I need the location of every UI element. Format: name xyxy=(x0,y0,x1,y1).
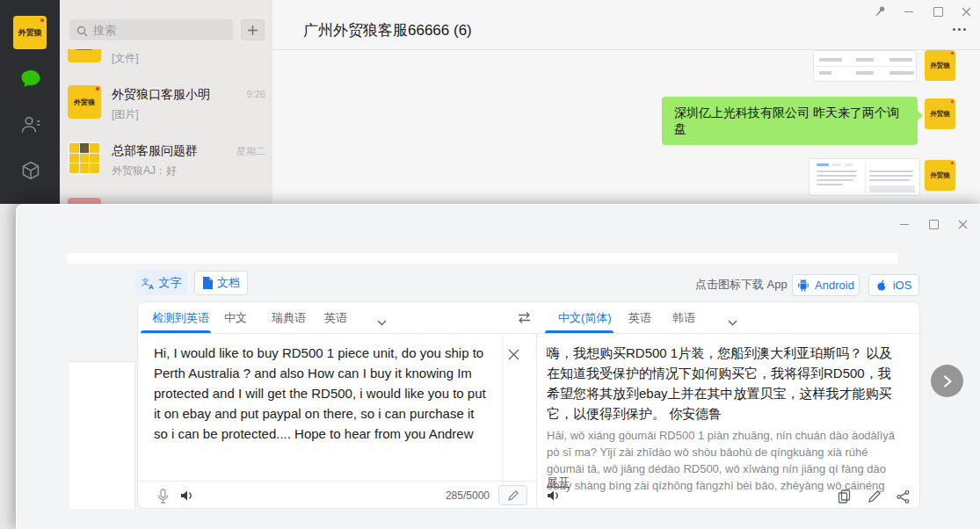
source-lang-detected[interactable]: 检测到英语 xyxy=(152,310,209,326)
tab-document-mode[interactable]: 文档 xyxy=(194,271,248,295)
translation-output: 嗨，我想购买RD500 1片装，您船到澳大利亚珀斯吗？ 以及在知道我受保护的情况… xyxy=(547,343,895,424)
avatar-seal-dot xyxy=(951,52,954,54)
next-page-button[interactable] xyxy=(931,365,963,397)
handwriting-button[interactable] xyxy=(498,485,527,505)
sender-avatar[interactable]: 外贸狼 xyxy=(925,50,955,81)
pin-icon[interactable] xyxy=(873,4,887,18)
listen-translation-icon[interactable] xyxy=(545,487,563,504)
group-avatar xyxy=(68,141,101,175)
source-lang-chevron-down-icon[interactable] xyxy=(377,314,387,330)
avatar-text: 外贸狼 xyxy=(74,98,95,107)
tab-text-mode[interactable]: 文A 文字 xyxy=(135,271,187,295)
avatar-seal-dot xyxy=(951,162,954,164)
copy-translation-icon[interactable] xyxy=(835,488,853,505)
chat-title: 总部客服问题群 xyxy=(112,143,198,159)
target-tab-underline xyxy=(545,330,613,333)
chat-time: 9:26 xyxy=(247,89,265,99)
clear-source-icon[interactable] xyxy=(505,346,521,362)
chat-list-panel: [文件] 外贸狼 外贸狼口客服小明 9:26 [图片] 总部客服问题群 星期二 … xyxy=(60,0,273,204)
sender-avatar[interactable]: 外贸狼 xyxy=(925,98,955,129)
target-lang-chinese-simplified[interactable]: 中文(简体) xyxy=(558,310,612,326)
download-hint: 点击图标下载 App xyxy=(695,277,788,293)
avatar-text: 外贸狼 xyxy=(930,171,950,180)
source-textarea[interactable]: Hi, I would like to buy RD500 1 piece un… xyxy=(154,343,490,444)
page-top-strip xyxy=(67,253,897,264)
image-message-table[interactable] xyxy=(813,50,917,82)
microphone-icon[interactable] xyxy=(154,487,171,504)
target-lang-chevron-down-icon[interactable] xyxy=(728,314,737,330)
maximize-icon[interactable] xyxy=(926,217,940,231)
pinyin-transliteration: Hāi, wǒ xiǎng gòumǎi RD500 1 piàn zhuāng… xyxy=(547,427,900,494)
chat-main-panel: 广州外贸狼客服66666 (6) 外贸狼 深圳亿上光科技有限公司 昨天来了两个询… xyxy=(272,0,980,204)
close-icon[interactable] xyxy=(955,217,969,231)
more-menu-icon[interactable] xyxy=(953,28,966,31)
chat-time: 星期二 xyxy=(236,145,265,158)
user-avatar[interactable]: 外贸狼 xyxy=(13,16,47,49)
ios-label: iOS xyxy=(893,279,912,292)
user-avatar-label: 外贸狼 xyxy=(18,27,42,39)
svg-text:A: A xyxy=(149,283,154,290)
ios-button[interactable]: iOS xyxy=(868,274,919,296)
favorites-box-icon[interactable] xyxy=(19,160,42,181)
swap-languages-icon[interactable] xyxy=(517,311,532,328)
translate-icon: 文A xyxy=(142,277,155,290)
source-lang-english[interactable]: 英语 xyxy=(324,310,347,326)
chat-subtitle: 外贸狼AJ：好 xyxy=(112,163,177,178)
android-icon xyxy=(797,279,809,292)
bubble-tail xyxy=(911,110,923,121)
list-item-group[interactable]: 总部客服问题群 星期二 外贸狼AJ：好 xyxy=(60,136,272,192)
source-lang-chinese[interactable]: 中文 xyxy=(224,310,247,326)
image-message-screenshot[interactable] xyxy=(809,158,920,196)
screen: 外贸狼 [文件] 外贸狼 外贸狼口客服小明 9:26 [图片] xyxy=(0,0,980,529)
avatar-seal-dot xyxy=(40,18,44,22)
source-toolbar-divider xyxy=(138,481,535,482)
wechat-sidebar: 外贸狼 xyxy=(0,0,60,204)
source-inner-divider xyxy=(503,334,504,508)
minimize-icon[interactable] xyxy=(897,217,911,231)
minimize-icon[interactable] xyxy=(902,4,916,18)
android-button[interactable]: Android xyxy=(792,274,860,296)
source-tab-underline xyxy=(141,330,211,333)
android-label: Android xyxy=(815,279,854,292)
chat-avatar: 外贸狼 xyxy=(68,85,101,119)
apple-icon xyxy=(876,279,888,292)
chat-title: 外贸狼口客服小明 xyxy=(112,87,210,103)
avatar-text: 外贸狼 xyxy=(930,62,950,70)
tab-label: 文字 xyxy=(159,275,182,291)
message-text: 深圳亿上光科技有限公司 昨天来了两个询盘 xyxy=(674,105,905,137)
avatar-seal-dot xyxy=(96,87,99,91)
target-lang-english[interactable]: 英语 xyxy=(628,310,651,326)
char-count: 285/5000 xyxy=(402,489,490,502)
listen-source-icon[interactable] xyxy=(178,487,196,504)
page-left-panel xyxy=(69,361,135,509)
avatar-seal-dot xyxy=(951,100,954,103)
suggest-edit-icon[interactable] xyxy=(866,488,883,505)
translate-card: 检测到英语 中文 瑞典语 英语 中文(简体) 英语 韩语 Hi, I would… xyxy=(137,301,920,509)
contacts-icon[interactable] xyxy=(19,114,42,135)
chat-subtitle: [图片] xyxy=(112,107,139,122)
target-lang-korean[interactable]: 韩语 xyxy=(672,310,695,326)
chat-room-title: 广州外贸狼客服66666 (6) xyxy=(303,20,472,40)
maximize-icon[interactable] xyxy=(931,4,945,18)
chat-subtitle: [文件] xyxy=(112,51,139,66)
text-message-bubble: 深圳亿上光科技有限公司 昨天来了两个询盘 xyxy=(662,97,918,145)
document-icon xyxy=(202,277,213,289)
search-header xyxy=(60,0,272,49)
tab-label: 文档 xyxy=(217,275,240,291)
share-translation-icon[interactable] xyxy=(894,488,911,505)
avatar-text: 外贸狼 xyxy=(930,110,950,119)
close-icon[interactable] xyxy=(959,4,973,18)
add-button[interactable] xyxy=(241,19,265,40)
chats-icon[interactable] xyxy=(19,69,42,90)
panel-divider xyxy=(536,334,537,508)
source-lang-swedish[interactable]: 瑞典语 xyxy=(272,310,306,326)
list-item-xiaoming[interactable]: 外贸狼 外贸狼口客服小明 9:26 [图片] xyxy=(60,80,272,136)
search-input[interactable] xyxy=(69,19,233,40)
tabbar-divider xyxy=(138,333,919,334)
sender-avatar[interactable]: 外贸狼 xyxy=(925,160,955,191)
translator-window: 文A 文字 文档 点击图标下载 App Android iOS 检测到英语 中文… xyxy=(16,204,980,529)
